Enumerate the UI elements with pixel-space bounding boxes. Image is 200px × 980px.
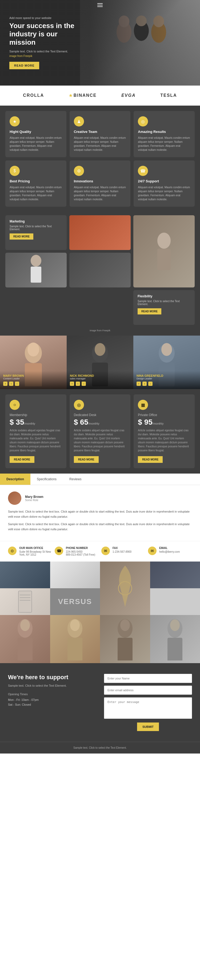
team-member-nick: NICK RICHMOND sales manager f t i xyxy=(67,336,133,389)
tab-description[interactable]: Description xyxy=(0,474,30,485)
pricing-btn-2[interactable]: READ MORE xyxy=(74,456,99,463)
support-message-input[interactable] xyxy=(104,697,192,719)
hero-link[interactable]: image from Freepik xyxy=(9,54,81,57)
pricing-price-1: $ 35 xyxy=(9,418,24,426)
svg-marker-6 xyxy=(69,94,72,97)
gallery-item-3 xyxy=(100,562,150,615)
facebook-icon-3[interactable]: f xyxy=(137,382,141,386)
svg-rect-10 xyxy=(31,267,41,283)
gallery-item-5 xyxy=(0,588,50,615)
support-email-input[interactable] xyxy=(104,686,192,695)
contact-fax: ✉ FAX 1-234-567-8900 xyxy=(101,547,145,556)
dedicated-icon: ◎ xyxy=(74,400,84,410)
svg-rect-8 xyxy=(157,249,171,270)
svg-point-15 xyxy=(94,343,106,356)
portfolio-text-1: Sample text. Click to select the Text El… xyxy=(9,225,62,231)
svg-point-29 xyxy=(70,619,80,631)
svg-point-12 xyxy=(27,342,39,356)
portfolio-btn-1[interactable]: READ MORE xyxy=(9,234,33,240)
svg-point-26 xyxy=(20,619,30,631)
contact-email: ✉ EMAIL hello@iberry.com xyxy=(148,547,192,556)
feature-text-3: Aliquam erat volutpat. Mauris condim ent… xyxy=(138,136,191,152)
portfolio-label-flexibility: Flexibility xyxy=(138,294,191,298)
svg-point-32 xyxy=(120,619,130,631)
facebook-icon[interactable]: f xyxy=(3,382,8,386)
contact-office: ⊙ OUR MAIN OFFICE Suite 98 Broadway St N… xyxy=(8,547,52,556)
brand-crolla: CROLLA xyxy=(23,93,44,98)
team-social-nick: f t i xyxy=(70,382,130,386)
hero-read-more-button[interactable]: READ MORE xyxy=(9,62,39,69)
support-text: Sample text. Click to select the Text El… xyxy=(8,684,96,687)
portfolio-marketing: Marketing Sample text. Click to select t… xyxy=(5,215,67,250)
gallery-item-2 xyxy=(50,562,100,588)
team-role-nina: Design Leader xyxy=(137,377,197,380)
twitter-icon-3[interactable]: t xyxy=(142,382,146,386)
creative-team-icon: ♟ xyxy=(74,116,84,126)
people-gallery xyxy=(0,615,200,663)
menu-button[interactable] xyxy=(97,3,103,7)
pricing-btn-1[interactable]: READ MORE xyxy=(9,456,35,463)
phone-icon: ☎ xyxy=(55,547,63,555)
svg-rect-27 xyxy=(17,638,33,660)
gallery-section: VERSUS xyxy=(0,562,200,615)
svg-point-35 xyxy=(170,619,180,631)
portfolio-flexibility: Flexibility Sample text. Click to select… xyxy=(133,290,195,325)
team-section: MARY BROWN Content Leader f t i NICK RIC… xyxy=(0,336,200,389)
feature-amazing-results: ◎ Amazing Results Aliquam erat volutpat.… xyxy=(134,111,195,157)
pricing-membership: ○ Membership $ 35 /monthly Article sodal… xyxy=(5,395,66,468)
email-label: EMAIL xyxy=(159,547,180,549)
pricing-dedicated: ◎ Dedicated Desk $ 65 /monthly Article s… xyxy=(69,395,131,468)
portfolio-image-5 xyxy=(69,253,131,288)
support-submit-button[interactable]: Submit xyxy=(137,722,159,731)
svg-rect-33 xyxy=(118,638,132,660)
best-pricing-icon: $ xyxy=(9,166,20,176)
twitter-icon-2[interactable]: t xyxy=(76,382,80,386)
feature-text-2: Aliquam erat volutpat. Mauris condim ent… xyxy=(74,136,126,152)
footer: Sample text. Click to select the Text El… xyxy=(0,742,200,754)
team-member-mary: MARY BROWN Content Leader f t i xyxy=(0,336,67,389)
tab-specifications[interactable]: Specifications xyxy=(30,474,63,485)
hero-small-text: Add more speed to your website xyxy=(9,16,81,19)
twitter-icon[interactable]: t xyxy=(9,382,13,386)
team-overlay-nina: NINA GREENFIELD Design Leader f t i xyxy=(133,371,200,389)
description-section: Mary Brown Some Role Sample text. Click … xyxy=(0,485,200,541)
portfolio-btn-flexibility[interactable]: READ MORE xyxy=(138,308,161,315)
office-icon: ⊙ xyxy=(8,547,17,555)
feature-title-5: Innovations xyxy=(74,179,126,183)
instagram-icon[interactable]: i xyxy=(15,382,19,386)
hero-section: Add more speed to your website Your succ… xyxy=(0,0,200,86)
office-address: Suite 98 Broadway St New York, NY 1012 xyxy=(19,550,52,556)
feature-text-6: Aliquam erat volutpat. Mauris condim ent… xyxy=(138,185,191,201)
feature-innovations: ⚙ Innovations Aliquam erat volutpat. Mau… xyxy=(69,161,131,207)
team-role-mary: Content Leader xyxy=(3,377,63,380)
pricing-btn-3[interactable]: READ MORE xyxy=(138,456,163,463)
support-hours: Mon - Fri: 10am - 07pmSat - Sun: Closed xyxy=(8,697,96,707)
feature-creative-team: ♟ Creative Team Aliquam erat volutpat. M… xyxy=(69,111,131,157)
innovations-icon: ⚙ xyxy=(74,166,84,176)
instagram-icon-3[interactable]: i xyxy=(148,382,153,386)
support-name-input[interactable] xyxy=(104,674,192,683)
fax-label: FAX xyxy=(113,547,131,549)
fax-number: 1-234-567-8900 xyxy=(113,550,131,553)
feature-title-3: Amazing Results xyxy=(138,130,191,134)
feature-title-4: Best Pricing xyxy=(9,179,62,183)
team-social-mary: f t i xyxy=(3,382,63,386)
svg-point-9 xyxy=(31,255,41,267)
tab-reviews[interactable]: Reviews xyxy=(63,474,88,485)
people-item-1 xyxy=(0,615,50,663)
facebook-icon-2[interactable]: f xyxy=(70,382,74,386)
team-role-nick: sales manager xyxy=(70,377,130,380)
portfolio-section: Marketing Sample text. Click to select t… xyxy=(0,212,200,336)
portfolio-caption: image from Freepik xyxy=(5,328,195,332)
portfolio-image-2 xyxy=(69,215,131,250)
feature-text-5: Aliquam erat volutpat. Mauris condim ent… xyxy=(74,185,126,201)
desc-avatar xyxy=(8,492,21,505)
team-name-nick: NICK RICHMOND xyxy=(70,374,130,377)
team-name-nina: NINA GREENFIELD xyxy=(137,374,197,377)
fax-icon: ✉ xyxy=(101,547,110,555)
membership-icon: ○ xyxy=(9,400,20,410)
instagram-icon-2[interactable]: i xyxy=(82,382,86,386)
tabs-bar: Description Specifications Reviews xyxy=(0,474,200,485)
portfolio-text-flexibility: Sample text. Click to select the Text El… xyxy=(138,300,191,305)
amazing-results-icon: ◎ xyxy=(138,116,148,126)
